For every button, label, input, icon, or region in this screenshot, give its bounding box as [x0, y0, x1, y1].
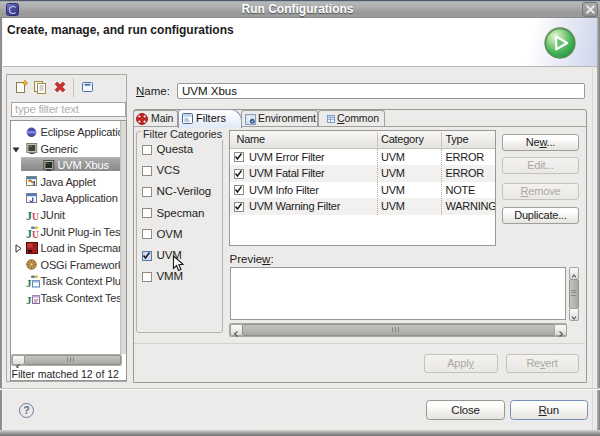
svg-text:U: U — [32, 212, 39, 222]
svg-text:J: J — [26, 294, 32, 306]
svg-text:J: J — [26, 277, 32, 289]
svg-text:U: U — [32, 229, 39, 239]
